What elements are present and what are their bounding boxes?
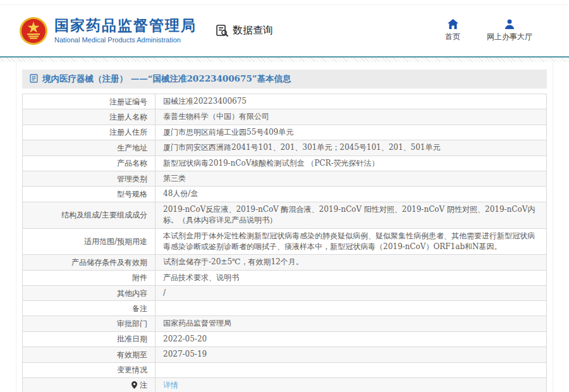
row-label: 备注 xyxy=(23,301,156,315)
row-value: 产品技术要求、说明书 xyxy=(156,271,546,285)
header-nav: 首页 网上办事大厅 xyxy=(445,19,550,42)
row-value: 本试剂盒用于体外定性检测新型冠状病毒感染的肺炎疑似病例、疑似聚集性病例患者、其他… xyxy=(156,229,546,255)
row-value: 48人份/盒 xyxy=(156,187,546,201)
data-query-label: 数据查询 xyxy=(233,24,273,37)
row-label: 型号规格 xyxy=(23,187,156,201)
user-icon xyxy=(505,19,515,29)
table-row: 管理类别第三类 xyxy=(23,171,546,187)
row-label: 注册证编号 xyxy=(23,94,156,109)
row-label: 注册人住所 xyxy=(23,125,156,140)
nav-item-label: 网上办事大厅 xyxy=(487,32,532,42)
pin-icon xyxy=(132,381,137,389)
home-icon xyxy=(448,19,458,29)
row-label: 管理类别 xyxy=(23,171,156,186)
row-value: 国家药品监督管理局 xyxy=(156,316,546,331)
row-label: 附件 xyxy=(23,271,156,285)
row-value: 2027-05-19 xyxy=(156,347,546,362)
row-label: 产品名称 xyxy=(23,156,156,171)
row-value: 新型冠状病毒2019-nCoV核酸检测试剂盒 （PCR-荧光探针法） xyxy=(156,156,546,171)
hatch-strip xyxy=(0,58,569,62)
table-row: 审批部门国家药品监督管理局 xyxy=(23,316,546,331)
nav-item-label: 首页 xyxy=(445,32,460,42)
nav-item-service-hall[interactable]: 网上办事大厅 xyxy=(487,19,532,42)
row-value: 2022-05-20 xyxy=(156,332,546,346)
table-row: 批准日期2022-05-20 xyxy=(23,332,546,347)
row-value: 第三类 xyxy=(156,171,546,186)
row-value: 2019-nCoV反应液、2019-nCoV 酶混合液、2019-nCoV 阳性… xyxy=(156,202,546,228)
row-value: 试剂盒储存于-20±5℃，有效期12个月。 xyxy=(156,255,546,269)
table-row: 有效期至2027-05-19 xyxy=(23,347,546,362)
table-row: 注册证编号国械注准20223400675 xyxy=(23,94,546,109)
row-value: 泰普生物科学（中国）有限公司 xyxy=(156,109,546,124)
row-label: 变更情况 xyxy=(23,363,156,377)
table-row: 产品储存条件及有效期试剂盒储存于-20±5℃，有效期12个月。 xyxy=(23,255,546,270)
row-label: 适用范围/预期用途 xyxy=(23,229,156,255)
brand-block[interactable]: 国家药品监督管理局 National Medical Products Admi… xyxy=(19,16,197,46)
row-value: 厦门市同安区西洲路2041号101、201、301单元；2045号101、201… xyxy=(156,140,546,155)
section-title-bar: 境内医疗器械（注册） ——“国械注准20223400675”基本信息 xyxy=(22,70,547,89)
row-value: 厦门市思明区前埔工业园55号409单元 xyxy=(156,125,546,140)
row-value xyxy=(156,301,546,315)
site-header: 国家药品监督管理局 National Medical Products Admi… xyxy=(0,5,569,56)
top-edge-line xyxy=(0,0,569,5)
table-row: 附件产品技术要求、说明书 xyxy=(23,271,546,286)
row-label: 生产地址 xyxy=(23,140,156,155)
row-value: / xyxy=(156,286,546,300)
table-row: 注详情 xyxy=(23,378,546,392)
row-label: 有效期至 xyxy=(23,347,156,362)
table-row: 变更情况 xyxy=(23,363,546,378)
table-row: 注册人名称泰普生物科学（中国）有限公司 xyxy=(23,109,546,125)
table-row: 型号规格48人份/盒 xyxy=(23,187,546,202)
brand-title: 国家药品监督管理局 xyxy=(54,18,197,34)
row-label: 其他内容 xyxy=(23,286,156,300)
row-value xyxy=(156,363,546,377)
brand-subtitle: National Medical Products Administration xyxy=(54,36,197,44)
table-row: 注册人住所厦门市思明区前埔工业园55号409单元 xyxy=(23,125,546,140)
detail-link[interactable]: 详情 xyxy=(163,380,178,391)
nav-item-home[interactable]: 首页 xyxy=(445,19,460,42)
row-value: 详情 xyxy=(156,378,546,392)
doc-search-icon xyxy=(216,24,229,37)
table-row: 其他内容/ xyxy=(23,286,546,301)
row-label: 产品储存条件及有效期 xyxy=(23,255,156,269)
row-label: 审批部门 xyxy=(23,316,156,331)
data-query-button[interactable]: 数据查询 xyxy=(216,24,273,37)
brand-text: 国家药品监督管理局 National Medical Products Admi… xyxy=(54,18,197,43)
page-title: 境内医疗器械（注册） ——“国械注准20223400675”基本信息 xyxy=(42,73,291,85)
content-area: 境内医疗器械（注册） ——“国械注准20223400675”基本信息 注册证编号… xyxy=(16,62,553,392)
table-row: 备注 xyxy=(23,301,546,316)
national-emblem-icon xyxy=(19,16,48,46)
table-row: 产品名称新型冠状病毒2019-nCoV核酸检测试剂盒 （PCR-荧光探针法） xyxy=(23,156,546,171)
row-label: 注册人名称 xyxy=(23,109,156,124)
row-label: 注 xyxy=(23,378,156,392)
row-label: 批准日期 xyxy=(23,332,156,346)
row-value: 国械注准20223400675 xyxy=(156,94,546,109)
info-table: 注册证编号国械注准20223400675注册人名称泰普生物科学（中国）有限公司注… xyxy=(22,94,547,392)
row-label: 结构及组成/主要组成成分 xyxy=(23,202,156,228)
document-icon xyxy=(30,74,38,85)
table-row: 生产地址厦门市同安区西洲路2041号101、201、301单元；2045号101… xyxy=(23,140,546,156)
table-row: 结构及组成/主要组成成分2019-nCoV反应液、2019-nCoV 酶混合液、… xyxy=(23,202,546,229)
table-row: 适用范围/预期用途本试剂盒用于体外定性检测新型冠状病毒感染的肺炎疑似病例、疑似聚… xyxy=(23,229,546,255)
